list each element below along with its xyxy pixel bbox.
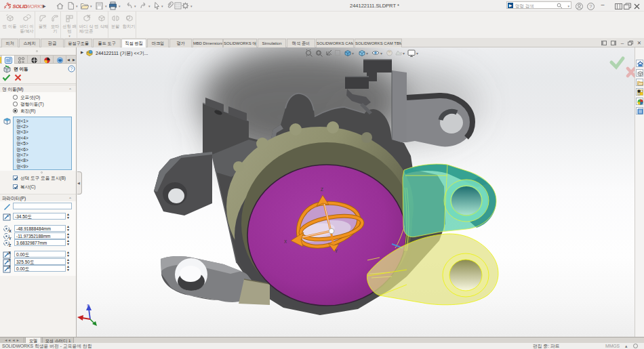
svg-text:X: X — [9, 251, 12, 255]
svg-text:▾: ▾ — [366, 52, 368, 56]
svg-text:z: z — [87, 303, 89, 307]
svg-text:Y: Y — [335, 249, 338, 253]
svg-text:▾: ▾ — [380, 52, 382, 56]
svg-text:a: a — [9, 213, 11, 216]
svg-text:▾: ▾ — [416, 52, 418, 56]
svg-text:Z: Z — [9, 243, 12, 247]
svg-text:Y: Y — [9, 258, 12, 262]
svg-text:Z: Z — [9, 265, 11, 269]
svg-text:Z: Z — [321, 187, 323, 192]
svg-text:▾: ▾ — [403, 52, 405, 56]
svg-text:WORKS: WORKS — [26, 3, 44, 9]
svg-text:▾: ▾ — [352, 52, 354, 56]
svg-text:?: ? — [589, 3, 592, 9]
svg-text:X: X — [284, 239, 287, 244]
svg-text:?: ? — [71, 66, 73, 71]
